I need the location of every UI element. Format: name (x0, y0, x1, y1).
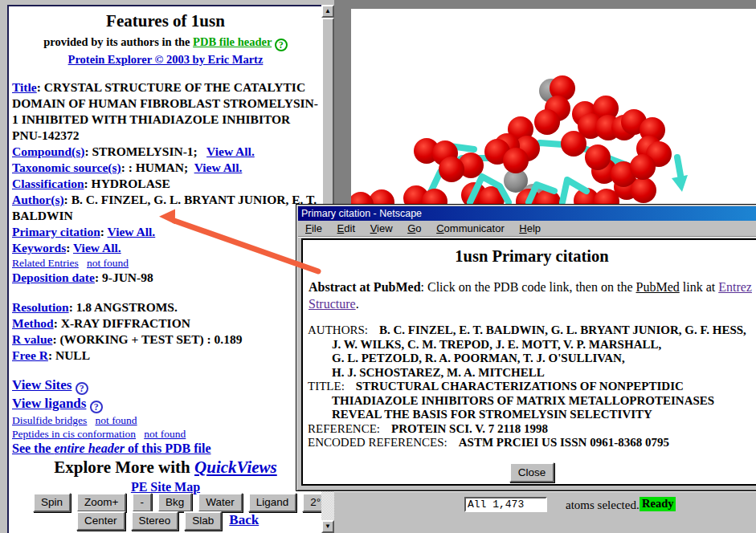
menu-view[interactable]: View (370, 221, 393, 236)
menu-go[interactable]: Go (407, 221, 421, 236)
close-button[interactable]: Close (509, 462, 555, 482)
abstract-paragraph: Abstract at PubMed: Click on the PDB cod… (309, 279, 756, 312)
menu-edit[interactable]: Edit (337, 221, 355, 236)
zoom-minus-button[interactable]: - (132, 493, 152, 512)
menu-communicator-rest: ommunicator (444, 222, 505, 234)
menu-edit-mnemonic: E (337, 222, 345, 234)
window-titlebar[interactable]: Primary citation - Netscape (298, 206, 756, 221)
explore-more: Explore More with QuickViews (12, 458, 319, 478)
colon: : (95, 271, 99, 284)
spin-button[interactable]: Spin (33, 493, 71, 512)
help-icon[interactable]: ? (90, 401, 103, 413)
citation-value: G. L. PETZOLD, R. A. POORMAN, T. J. O'SU… (332, 352, 625, 364)
page-title: Features of 1usn (12, 11, 319, 31)
colon: : (48, 348, 52, 362)
menu-view-mnemonic: V (370, 222, 377, 234)
title-value: CRYSTAL STRUCTURE OF THE CATALYTIC DOMAI… (12, 80, 318, 142)
center-button[interactable]: Center (76, 511, 125, 531)
colon: : (54, 316, 58, 330)
colon: : (52, 332, 56, 346)
ligand-button[interactable]: Ligand (248, 493, 297, 512)
menu-view-rest: iew (377, 222, 393, 234)
entire-header-link[interactable]: See the entire header of this PDB file (12, 441, 211, 455)
deposition-date-link[interactable]: Deposition date (12, 271, 95, 284)
subtitle: provided by its authors in the PDB file … (12, 35, 319, 51)
taxonomic-link[interactable]: Taxonomic source(s) (12, 161, 121, 174)
control-buttons-row2: CenterStereoSlabBack (76, 511, 259, 531)
pubmed-link[interactable]: PubMed (636, 280, 680, 294)
zoom-plus-button[interactable]: Zoom+ (76, 493, 126, 512)
deposition-date-value: 9-JUN-98 (102, 271, 153, 284)
method-link[interactable]: Method (12, 316, 54, 330)
back-link[interactable]: Back (229, 512, 259, 527)
menu-communicator[interactable]: Communicator (436, 221, 505, 236)
protein-explorer-credit-link[interactable]: Protein Explorer © 2003 by Eric Martz (68, 53, 264, 66)
menu-help-rest: elp (527, 222, 541, 234)
pe-site-map-link[interactable]: PE Site Map (131, 480, 200, 494)
colon: : (121, 161, 125, 174)
menu-go-mnemonic: G (407, 222, 415, 234)
disulfide-status-link[interactable]: not found (96, 414, 137, 426)
free-r-link[interactable]: Free R (12, 348, 48, 362)
menu-communicator-mnemonic: C (436, 222, 443, 234)
citation-label: REFERENCE: (308, 422, 380, 435)
help-icon[interactable]: ? (275, 39, 288, 51)
peptides-cis-link[interactable]: Peptides in cis conformation (12, 428, 136, 440)
slab-button[interactable]: Slab (184, 511, 222, 531)
secondary-structure-button[interactable]: 2° (302, 493, 321, 512)
menu-edit-rest: dit (344, 222, 355, 234)
citation-line: ENCODED REFERENCES:ASTM PRCIEI US ISSN 0… (308, 436, 756, 450)
related-entries-link[interactable]: Related Entries (12, 257, 79, 269)
quickviews-link[interactable]: QuickViews (194, 458, 277, 477)
row-title: Title: CRYSTAL STRUCTURE OF THE CATALYTI… (12, 79, 319, 144)
related-entries-status-link[interactable]: not found (87, 257, 129, 269)
feature-frame: Features of 1usn provided by its authors… (0, 0, 334, 533)
compound-link[interactable]: Compound(s) (12, 144, 84, 158)
row-classification: Classification: HYDROLASE (12, 176, 319, 192)
bkg-button[interactable]: Bkg (157, 493, 192, 512)
stereo-button[interactable]: Stereo (131, 511, 179, 531)
row-view-ligands: View ligands ? (12, 395, 319, 413)
taxonomic-view-all-link[interactable]: View All. (194, 161, 243, 174)
keywords-link[interactable]: Keywords (12, 241, 66, 254)
free-r-value: NULL (55, 348, 90, 362)
view-sites-link[interactable]: View Sites (12, 377, 72, 393)
row-view-sites: View Sites ? (12, 376, 319, 395)
compound-view-all-link[interactable]: View All. (206, 144, 255, 158)
scroll-up-icon[interactable]: ▲ (321, 5, 334, 18)
row-compound: Compound(s): STROMELYSIN-1; View All. (12, 144, 319, 160)
disulfide-bridges-link[interactable]: Disulfide bridges (12, 414, 87, 426)
menu-file[interactable]: File (305, 221, 322, 236)
water-button[interactable]: Water (198, 493, 243, 512)
colon: : (84, 144, 88, 158)
protein-explorer-app: Features of 1usn provided by its authors… (0, 0, 756, 533)
menu-help[interactable]: Help (519, 221, 541, 236)
scroll-down-icon[interactable]: ▼ (321, 520, 334, 533)
row-rvalue: R value: (WORKING + TEST SET) : 0.189 (12, 332, 319, 348)
rvalue-link[interactable]: R value (12, 332, 52, 346)
selection-input[interactable] (464, 497, 547, 512)
colon: : (66, 241, 70, 254)
classification-value: HYDROLASE (92, 177, 170, 190)
subtitle-text: provided by its authors in the (43, 35, 193, 48)
see-header-suffix: of this PDB file (125, 441, 211, 455)
pdb-file-header-link[interactable]: PDB file header (193, 35, 272, 48)
classification-link[interactable]: Classification (12, 177, 84, 190)
title-link[interactable]: Title (12, 80, 37, 94)
citation-label: AUTHORS: (308, 323, 368, 336)
resolution-link[interactable]: Resolution (12, 300, 69, 314)
row-resolution: Resolution: 1.8 ANGSTROMS. (12, 299, 319, 315)
colon: : (37, 80, 41, 94)
compound-value: STROMELYSIN-1; (92, 144, 198, 158)
authors-link[interactable]: Author(s) (12, 193, 64, 206)
primary-citation-view-all-link[interactable]: View All. (108, 225, 156, 238)
keywords-view-all-link[interactable]: View All. (73, 241, 121, 254)
view-ligands-link[interactable]: View ligands (12, 396, 86, 411)
citation-value: REVEAL THE BASIS FOR STROMELYSIN SELECTI… (332, 408, 652, 421)
help-icon[interactable]: ? (76, 382, 88, 395)
citation-value: J. W. WILKS, C. M. TREPOD, J. E. MOTT, V… (332, 338, 661, 351)
peptides-cis-status-link[interactable]: not found (144, 428, 186, 440)
primary-citation-link[interactable]: Primary citation (12, 225, 100, 238)
menu-go-rest: o (415, 222, 421, 234)
colon: : (100, 225, 104, 238)
